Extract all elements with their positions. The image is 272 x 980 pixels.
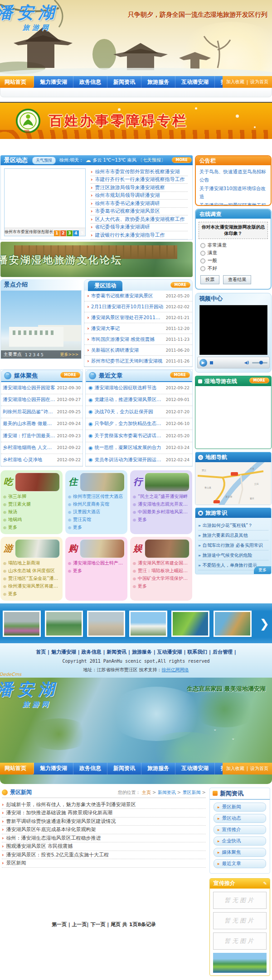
tip-link[interactable]: 自驾车出行旅游 必备实用常识: [203, 542, 263, 549]
news-link[interactable]: 徐州市市委宣传部外宣部长视察潘安湖: [95, 168, 188, 175]
volume-icon[interactable]: ◀): [244, 360, 249, 365]
activity-link[interactable]: 市民国庆游潘安湖 感觉很震撼: [91, 336, 164, 343]
recent-link[interactable]: 统一思想，凝聚区域发展的合力: [95, 445, 164, 451]
eat-photo[interactable]: [15, 473, 60, 492]
promo-photo[interactable]: [213, 953, 267, 973]
video-screen[interactable]: [199, 305, 267, 355]
no-image-placeholder[interactable]: 暂无图片: [213, 932, 267, 950]
activity-link[interactable]: 潘安湖风景区管理处召开2011年度: [91, 315, 164, 321]
spots-page-number[interactable]: 2: [29, 353, 32, 357]
add-favorite-link[interactable]: 加入收藏: [226, 79, 244, 85]
recent-link[interactable]: 党员冬训活动为潘安湖开园运营再: [95, 457, 164, 463]
sidebar-menu-item[interactable]: ▸ 宣传推介: [214, 825, 266, 834]
seven-day-forecast-link[interactable]: 〔七天预报〕: [138, 157, 165, 163]
category-link[interactable]: 更多: [8, 591, 17, 597]
sidebar-menu-link[interactable]: 宣传推介: [222, 827, 241, 833]
notice-link[interactable]: 关于潘安湖310国道环境综合改造: [199, 184, 267, 201]
weather-badge[interactable]: 天气预报: [32, 157, 56, 164]
media-link[interactable]: 潘安湖湿地公园开园迎客: [3, 385, 55, 391]
radio-icon[interactable]: [200, 251, 205, 256]
sidebar-menu-item[interactable]: ▸ 最近文章: [214, 859, 266, 868]
strip-photo[interactable]: [129, 611, 167, 637]
slider-page-number[interactable]: 3: [67, 230, 73, 236]
view-results-button[interactable]: 查看结果: [223, 275, 251, 284]
strip-photo[interactable]: [214, 611, 252, 637]
category-link[interactable]: 更多: [138, 516, 147, 523]
activity-link[interactable]: 潘安湖大事记: [91, 325, 164, 332]
spots-photo[interactable]: 主要景点 12345 更多>>>: [0, 290, 82, 359]
footer-links[interactable]: 首页 | 魅力潘安湖 | 政务信息 | 新闻资讯 | 旅游服务 | 互动潘安湖 …: [0, 649, 272, 655]
no-image-placeholder[interactable]: 暂无图片: [213, 912, 267, 929]
media-link[interactable]: 潘安湖湿地公园开园在即 潘王: [3, 397, 55, 403]
stop-button-icon[interactable]: [210, 361, 213, 364]
map-image[interactable]: 贾汪大泉江庄 青山泉潘安湖紫庄: [195, 462, 271, 505]
sidebar-menu-link[interactable]: 媒体聚焦: [222, 849, 241, 856]
set-home-link[interactable]: 设为首页: [250, 765, 268, 772]
category-link[interactable]: “民主之花”盛开潘安湖畔: [138, 493, 188, 500]
media-link[interactable]: 到徐州后花园品鉴“诗画潘安”: [3, 409, 55, 415]
category-link[interactable]: 汉景园大酒店: [73, 509, 100, 515]
nav-item-charm[interactable]: 魅力潘安湖: [34, 763, 73, 774]
spots-more-link[interactable]: 更多>>>: [60, 352, 79, 358]
add-favorite-link[interactable]: 加入收藏: [226, 765, 244, 772]
category-link[interactable]: 更多: [138, 583, 147, 589]
news-link[interactable]: 潘安湖风景区年底完成基本绿化景观构架: [6, 826, 96, 833]
recent-link[interactable]: 决战70天，全力以赴保开园: [95, 409, 164, 415]
photo-slider[interactable]: 徐州市市委宣传部张彤部长视察潘 12345: [4, 168, 86, 236]
category-link[interactable]: 塌陷地上新商湖: [8, 560, 40, 566]
news-link[interactable]: 市委葛书记视察潘安湖风景区: [95, 208, 188, 215]
strip-photo[interactable]: [87, 611, 125, 637]
sidebar-menu-item[interactable]: ▸ 企业快讯: [214, 837, 266, 846]
forum-banner[interactable]: 潘安湖湿地旅游文化论坛: [0, 242, 193, 277]
strip-photo[interactable]: [45, 611, 83, 637]
radio-icon[interactable]: [200, 243, 205, 248]
category-link[interactable]: 潘安湖风景区将建全国最美乡村生: [138, 560, 189, 566]
category-link[interactable]: 徐州尺度商务宾馆: [73, 501, 109, 507]
category-link[interactable]: 中国最美乡村湿地风采新贾汪: [138, 509, 189, 515]
tip-link[interactable]: 旅游六要素四忌及其他: [203, 532, 248, 539]
sidebar-menu-item[interactable]: ▸ 景区新闻: [214, 803, 266, 812]
news-link[interactable]: 徐州：潘安湖生态湿地风景区工程稳步推进: [6, 835, 101, 841]
activity-link[interactable]: 2月1日潘安湖召开10月1日开园动: [91, 304, 164, 310]
slider-page-number[interactable]: 2: [60, 230, 66, 236]
news-link[interactable]: 围观潘安湖风景区 市民很震撼: [6, 843, 73, 850]
category-link[interactable]: 贾汪宾馆: [73, 516, 91, 523]
news-link[interactable]: 市建行齐行长一行来潘安湖视察指导工作: [95, 176, 188, 183]
support-link[interactable]: 徐州亿网网络: [162, 667, 189, 672]
vote-button[interactable]: 投票: [200, 275, 219, 284]
spots-page-number[interactable]: 5: [41, 353, 44, 357]
news-link[interactable]: 徐州市市委书记来潘安湖调研: [95, 200, 188, 207]
activities-title[interactable]: 景区活动: [88, 281, 122, 291]
more-button[interactable]: MORE: [249, 378, 269, 383]
category-link[interactable]: 潘安湿地生态观光开发规划图: [138, 501, 189, 507]
slider-page-number[interactable]: 1: [54, 230, 60, 236]
category-link[interactable]: 中国矿业大学环境保护协会对贾汪: [138, 575, 189, 582]
slider-knob[interactable]: [259, 361, 263, 364]
category-link[interactable]: 贾汪素火腿: [8, 501, 31, 507]
nav-item-gov[interactable]: 政务信息: [73, 763, 107, 774]
next-arrow-icon[interactable]: ❯: [259, 617, 269, 631]
media-link[interactable]: 乡村湿地 心灵净地: [3, 457, 55, 463]
news-link[interactable]: 景区新闻: [6, 860, 26, 866]
recent-link[interactable]: 潘安湖湿地公园征联选粹节选: [95, 385, 164, 391]
breadcrumb-home[interactable]: 主页: [142, 790, 151, 795]
strip-photo[interactable]: [3, 611, 41, 637]
media-link[interactable]: 乡村湿地烟雨色 人文潘安更风流: [3, 445, 55, 451]
more-button[interactable]: MORE: [60, 372, 80, 378]
sidebar-menu-link[interactable]: 景区动态: [222, 815, 241, 822]
breadcrumb-current[interactable]: 景区新闻: [182, 790, 200, 795]
news-link[interactable]: 徐州市规划局领导调研潘安湖: [95, 192, 188, 199]
sidebar-menu-item[interactable]: ▸ 媒体聚焦: [214, 848, 266, 857]
spots-page-number[interactable]: 4: [37, 353, 39, 357]
tip-link[interactable]: 出游如何少花“冤枉钱”？: [203, 522, 253, 529]
activity-link[interactable]: 苏州市纪委书记王天琦到潘安湖视: [91, 358, 164, 364]
nav-item-interact[interactable]: 互动潘安湖: [175, 763, 215, 774]
site-logo[interactable]: 潘安湖 旅游网: [0, 5, 59, 31]
category-link[interactable]: 更多: [8, 524, 17, 531]
news-link[interactable]: 潘安湖风景区：投资5.2亿元重点实施十大工程: [6, 851, 109, 858]
news-link[interactable]: 省纪委领导来潘安湖调研: [95, 224, 188, 230]
stay-photo[interactable]: [80, 473, 125, 492]
slider-page-number[interactable]: 4: [73, 230, 79, 236]
shop-photo[interactable]: [80, 539, 125, 558]
category-link[interactable]: 地锅鸡: [8, 516, 22, 523]
